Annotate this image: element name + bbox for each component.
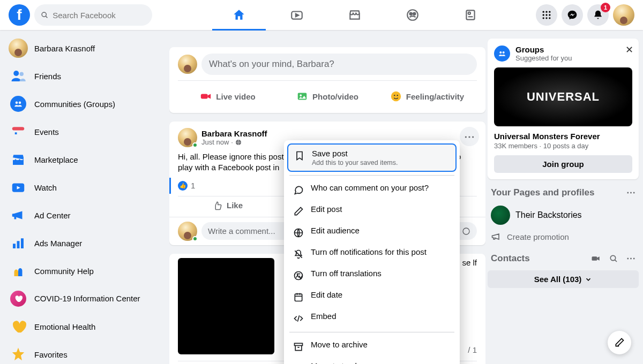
right-rail: GroupsSuggested for you ✕ UNIVERSAL Univ… bbox=[488, 30, 643, 364]
nav-groups[interactable] bbox=[386, 1, 439, 29]
more-icon[interactable]: ⋯ bbox=[626, 187, 635, 198]
group-cover[interactable]: UNIVERSAL bbox=[494, 67, 632, 126]
menu-turn-off-notifications[interactable]: Turn off notifications for this post bbox=[287, 243, 457, 264]
nav-gaming[interactable] bbox=[444, 1, 497, 29]
sidebar-item-emotional[interactable]: Emotional Health bbox=[4, 313, 163, 340]
svg-rect-31 bbox=[201, 94, 208, 98]
page-item[interactable]: Their Backstories bbox=[488, 202, 639, 228]
svg-point-40 bbox=[503, 51, 505, 54]
svg-point-3 bbox=[407, 10, 418, 20]
group-meta: 33K members · 10 posts a day bbox=[494, 142, 632, 150]
svg-point-0 bbox=[42, 12, 46, 17]
search-contacts-icon[interactable] bbox=[609, 254, 618, 263]
menu-save-post[interactable]: Save postAdd this to your saved items. bbox=[287, 143, 457, 172]
sidebar-item-adcenter[interactable]: Ad Center bbox=[4, 201, 163, 229]
globe-icon bbox=[235, 139, 242, 146]
sidebar-item-watch[interactable]: Watch bbox=[4, 173, 163, 201]
post-image[interactable] bbox=[178, 258, 274, 354]
join-group-button[interactable]: Join group bbox=[494, 155, 632, 173]
menu-who-comment[interactable]: Who can comment on your post? bbox=[287, 179, 457, 200]
contacts-more-icon[interactable]: ⋯ bbox=[626, 253, 635, 264]
commenter-avatar[interactable] bbox=[178, 222, 197, 241]
menu-grid-button[interactable] bbox=[536, 4, 557, 26]
composer-photo-video[interactable]: Photo/video bbox=[278, 86, 377, 107]
bell-icon bbox=[593, 10, 603, 20]
sidebar-item-favorites[interactable]: Favorites bbox=[4, 340, 163, 364]
new-message-fab[interactable] bbox=[608, 331, 631, 354]
messenger-icon bbox=[567, 10, 578, 20]
livevideo-icon bbox=[200, 90, 212, 102]
svg-point-14 bbox=[549, 14, 550, 16]
nav-watch[interactable] bbox=[270, 1, 324, 29]
sidebar-item-groups[interactable]: Communities (Groups) bbox=[4, 90, 163, 118]
svg-rect-27 bbox=[13, 244, 16, 248]
search-box[interactable] bbox=[34, 4, 152, 26]
menu-turn-off-translations[interactable]: Turn off translations bbox=[287, 264, 457, 286]
menu-embed[interactable]: Embed bbox=[287, 307, 457, 329]
watch-icon bbox=[10, 179, 26, 195]
svg-point-15 bbox=[543, 17, 544, 19]
code-icon bbox=[293, 313, 304, 324]
svg-rect-41 bbox=[592, 256, 597, 261]
top-right: 1 bbox=[536, 4, 634, 26]
card-icon bbox=[463, 8, 477, 22]
nav-marketplace[interactable] bbox=[328, 1, 382, 29]
see-all-button[interactable]: See All (103) bbox=[488, 270, 639, 288]
search-icon bbox=[41, 11, 48, 19]
svg-point-7 bbox=[468, 12, 470, 14]
svg-line-43 bbox=[615, 260, 617, 261]
like-icon: 👍 bbox=[178, 181, 188, 191]
sidebar-item-friends[interactable]: Friends bbox=[4, 62, 163, 90]
top-nav bbox=[152, 1, 536, 29]
globe-icon bbox=[293, 228, 304, 238]
svg-rect-25 bbox=[13, 160, 24, 165]
menu-move-archive[interactable]: Move to archive bbox=[287, 336, 457, 357]
post-more-button[interactable]: ⋯ bbox=[460, 127, 479, 146]
nav-home[interactable] bbox=[212, 1, 266, 29]
heart-icon bbox=[14, 294, 23, 303]
post-meta: Just now· bbox=[201, 138, 267, 146]
svg-point-39 bbox=[499, 51, 502, 54]
friends-icon bbox=[10, 68, 26, 84]
create-promotion[interactable]: Create promotion bbox=[488, 228, 639, 245]
composer-feeling[interactable]: Feeling/activity bbox=[377, 86, 477, 107]
community-icon bbox=[13, 99, 23, 109]
notifications-button[interactable]: 1 bbox=[587, 4, 609, 26]
composer-avatar[interactable] bbox=[178, 55, 197, 74]
emoji-icon[interactable] bbox=[462, 227, 470, 236]
sidebar-item-covid[interactable]: COVID-19 Information Center bbox=[4, 285, 163, 313]
facebook-logo[interactable]: f bbox=[9, 4, 30, 26]
svg-point-16 bbox=[545, 17, 547, 19]
sidebar-item-marketplace[interactable]: Marketplace bbox=[4, 146, 163, 173]
video-call-icon[interactable] bbox=[591, 254, 601, 263]
bell-off-icon bbox=[293, 249, 304, 260]
like-button[interactable]: Like bbox=[178, 196, 278, 215]
menu-edit-post[interactable]: Edit post bbox=[287, 200, 457, 222]
sidebar-item-adsmanager[interactable]: Ads Manager bbox=[4, 229, 163, 257]
search-input[interactable] bbox=[53, 11, 146, 20]
messenger-button[interactable] bbox=[562, 4, 583, 26]
sidebar-item-events[interactable]: Events bbox=[4, 118, 163, 146]
bookmark-icon bbox=[294, 150, 305, 161]
sidebar-item-profile[interactable]: Barbara Krasnoff bbox=[4, 34, 163, 62]
megaphone-icon bbox=[491, 231, 502, 242]
like-button-2[interactable]: Like bbox=[178, 361, 278, 365]
composer-input[interactable]: What's on your mind, Barbara? bbox=[201, 54, 477, 75]
composer-live-video[interactable]: Live video bbox=[178, 86, 278, 107]
svg-point-33 bbox=[300, 94, 302, 96]
compose-icon bbox=[614, 337, 625, 348]
post-avatar[interactable] bbox=[178, 128, 197, 147]
post-author[interactable]: Barbara Krasnoff bbox=[201, 129, 267, 138]
close-button[interactable]: ✕ bbox=[625, 44, 633, 56]
group-name[interactable]: Universal Monsters Forever bbox=[494, 132, 632, 141]
menu-edit-date[interactable]: Edit date bbox=[287, 286, 457, 307]
profile-avatar-button[interactable] bbox=[613, 4, 634, 26]
sidebar-item-communityhelp[interactable]: Community Help bbox=[4, 257, 163, 285]
online-indicator bbox=[192, 142, 198, 148]
menu-move-trash[interactable]: Move to trashItems in your trash are del… bbox=[287, 357, 457, 364]
pages-title: Your Pages and profiles⋯ bbox=[488, 179, 639, 202]
svg-point-34 bbox=[391, 92, 401, 101]
sidebar-profile-label: Barbara Krasnoff bbox=[34, 44, 95, 53]
menu-edit-audience[interactable]: Edit audience bbox=[287, 222, 457, 243]
svg-rect-46 bbox=[295, 294, 302, 301]
